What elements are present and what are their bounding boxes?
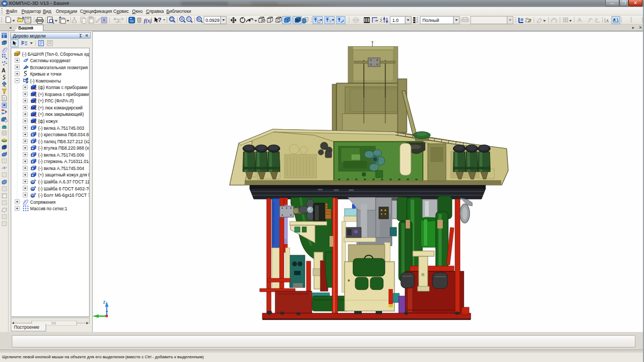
svg-text:(+) люк командирский: (+) люк командирский [38,106,83,110]
svg-text:Вспомогательная геометрия: Вспомогательная геометрия [30,65,88,70]
svg-text:(-) БАШНЯ (Тел-0, Сборочных ед: (-) БАШНЯ (Тел-0, Сборочных едини [22,52,90,57]
svg-text:(-) Болт М6-6gх16 ГОСТ 780: (-) Болт М6-6gх16 ГОСТ 780 [38,193,90,198]
svg-text:(-) вилка А.751745.004: (-) вилка А.751745.004 [38,166,84,171]
svg-text:(-) Шайба 6 ГОСТ 6402-70 (;: (-) Шайба 6 ГОСТ 6402-70 (; [38,187,90,191]
svg-text:(+) защитный кожух для ПК: (+) защитный кожух для ПК [38,173,90,178]
svg-text:Y: Y [93,311,93,316]
svg-text:(-) палец ПБ8.327.212 (х2): (-) палец ПБ8.327.212 (х2) [38,139,90,144]
svg-text:?: ? [158,17,162,23]
svg-text:0.0929: 0.0929 [206,18,219,23]
svg-text:(-) Шайба А.6.37 ГОСТ 11371: (-) Шайба А.6.37 ГОСТ 11371 [38,180,90,184]
svg-text:(-) стержень А.716311.014 (х: (-) стержень А.716311.014 (х [38,159,90,164]
svg-text:(+) люк закрывающий): (+) люк закрывающий) [38,112,84,117]
svg-text:(-) вилка А.751745.006: (-) вилка А.751745.006 [38,153,84,158]
svg-text:Кривые и точки: Кривые и точки [30,72,61,77]
svg-text:Системы координат: Системы координат [30,58,71,63]
svg-text:Полный: Полный [422,18,439,23]
svg-text:Z: Z [103,300,106,305]
svg-text:1.0: 1.0 [392,18,399,23]
svg-text:(+) Корзина с приборами: (+) Корзина с приборами [38,92,89,97]
svg-text:A: A [2,68,5,73]
svg-text:(-) вилка А.751745.003: (-) вилка А.751745.003 [38,126,84,131]
svg-text:Сопряжения: Сопряжения [30,200,55,205]
svg-text:(ф) кожух: (ф) кожух [38,119,57,124]
svg-text:(+) РЛС (ФАРА-Л): (+) РЛС (ФАРА-Л) [38,99,74,104]
svg-text:Массив по сетке:1: Массив по сетке:1 [30,206,68,211]
svg-text:(-) втулка ПБ8.220.988 (х4): (-) втулка ПБ8.220.988 (х4) [38,146,90,151]
svg-text:f(x): f(x) [144,18,152,24]
svg-text:(-) крестовина ПБ8.034.833 (: (-) крестовина ПБ8.034.833 ( [38,132,90,137]
svg-text:(-) Компоненты: (-) Компоненты [30,79,61,84]
svg-text:(ф) Колпак с приборами: (ф) Колпак с приборами [38,85,87,90]
